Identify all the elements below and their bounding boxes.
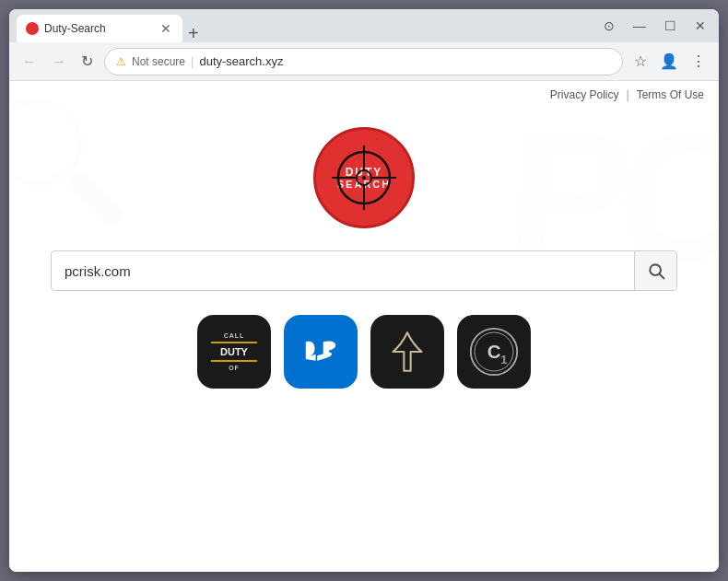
svg-point-6 — [362, 176, 366, 180]
address-bar: ← → ↻ ⚠ Not secure | duty-search.xyz ☆ 👤… — [9, 42, 719, 81]
security-icon: ⚠ — [116, 55, 126, 68]
c7-logo: C 1 — [466, 324, 522, 379]
shortcut-playstation[interactable] — [284, 315, 358, 389]
shortcut-c7[interactable]: C 1 — [457, 315, 531, 389]
url-separator: | — [191, 54, 194, 68]
url-bar[interactable]: ⚠ Not secure | duty-search.xyz — [104, 48, 623, 76]
playstation-logo — [296, 327, 346, 377]
forward-button[interactable]: → — [48, 50, 70, 74]
active-tab[interactable]: Duty-Search ✕ — [17, 15, 182, 42]
svg-text:C: C — [487, 342, 501, 362]
site-logo: DUTY SEARCH — [313, 127, 415, 228]
new-tab-button[interactable]: + — [182, 24, 205, 42]
search-button[interactable] — [634, 251, 676, 290]
bookmark-button[interactable]: ☆ — [630, 49, 651, 74]
tab-title: Duty-Search — [44, 22, 153, 35]
menu-button[interactable]: ⋮ — [687, 49, 710, 74]
shortcuts-area: CALL DUTY OF — [9, 300, 719, 403]
page-content: 🔍 PC Privacy Policy | Terms Of Use DUTY — [9, 81, 719, 572]
logo-area: DUTY SEARCH — [9, 109, 719, 238]
search-icon — [647, 261, 665, 280]
search-input[interactable] — [52, 263, 634, 279]
title-bar: Duty-Search ✕ + ⊙ — ☐ ✕ — [9, 9, 719, 42]
shortcut-treyarch[interactable] — [370, 315, 444, 389]
window-controls: ⊙ — ☐ ✕ — [598, 15, 711, 37]
tab-close-button[interactable]: ✕ — [159, 19, 173, 38]
shortcut-call-of-duty[interactable]: CALL DUTY OF — [197, 315, 271, 389]
crosshair-icon — [332, 145, 396, 210]
downloads-button[interactable]: ⊙ — [598, 15, 620, 37]
link-separator: | — [627, 88, 629, 101]
terms-of-use-link[interactable]: Terms Of Use — [637, 88, 704, 101]
reload-button[interactable]: ↻ — [77, 49, 97, 74]
not-secure-label: Not secure — [132, 55, 185, 68]
top-links: Privacy Policy | Terms Of Use — [9, 81, 719, 109]
address-icons: ☆ 👤 ⋮ — [630, 49, 710, 74]
close-button[interactable]: ✕ — [689, 15, 711, 37]
search-box — [51, 250, 677, 291]
url-text: duty-search.xyz — [199, 54, 283, 68]
svg-text:1: 1 — [500, 353, 507, 366]
maximize-button[interactable]: ☐ — [659, 15, 682, 37]
svg-line-8 — [659, 274, 663, 279]
search-area — [9, 238, 719, 300]
tab-favicon — [26, 22, 39, 35]
back-button[interactable]: ← — [18, 50, 41, 74]
minimize-button[interactable]: — — [628, 15, 652, 37]
privacy-policy-link[interactable]: Privacy Policy — [550, 88, 619, 101]
profile-button[interactable]: 👤 — [656, 49, 682, 74]
browser-window: Duty-Search ✕ + ⊙ — ☐ ✕ ← → ↻ ⚠ Not secu… — [9, 9, 719, 572]
tab-area: Duty-Search ✕ + — [17, 9, 587, 42]
treyarch-logo — [383, 328, 431, 376]
